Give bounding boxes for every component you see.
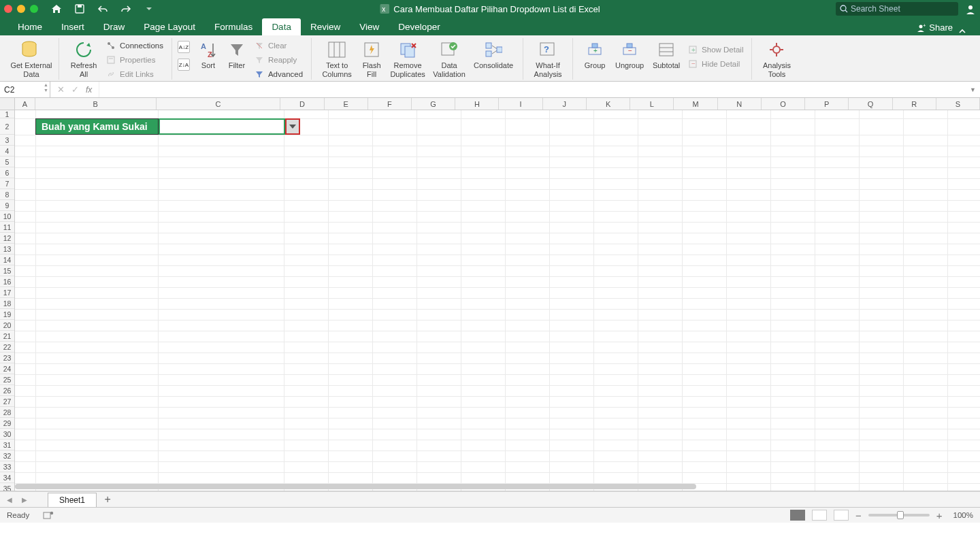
qat-dropdown-icon[interactable] xyxy=(143,3,155,15)
row-header-17[interactable]: 17 xyxy=(0,287,14,298)
close-window-icon[interactable] xyxy=(4,5,12,13)
sheet-nav-prev[interactable]: ◀ xyxy=(4,494,15,505)
row-header-2[interactable]: 2 xyxy=(0,118,14,135)
group-button[interactable]: + Group xyxy=(578,38,611,70)
column-header-M[interactable]: M xyxy=(674,98,717,110)
flash-fill-button[interactable]: Flash Fill xyxy=(357,38,387,78)
name-box-stepper[interactable]: ▲▼ xyxy=(44,82,48,93)
advanced-filter-button[interactable]: Advanced xyxy=(251,68,306,80)
tab-data[interactable]: Data xyxy=(262,18,301,35)
column-header-P[interactable]: P xyxy=(805,98,849,110)
column-header-E[interactable]: E xyxy=(325,98,368,110)
row-header-31[interactable]: 31 xyxy=(0,440,14,450)
zoom-in-button[interactable]: + xyxy=(936,510,943,521)
row-header-7[interactable]: 7 xyxy=(0,178,14,189)
text-to-columns-button[interactable]: Text to Columns xyxy=(317,38,357,78)
cancel-formula-icon[interactable]: ✕ xyxy=(57,84,65,95)
row-header-27[interactable]: 27 xyxy=(0,396,14,407)
formula-input[interactable]: ▼ xyxy=(99,82,980,97)
home-icon[interactable] xyxy=(50,3,63,15)
row-header-33[interactable]: 33 xyxy=(0,461,14,472)
tab-insert[interactable]: Insert xyxy=(52,18,94,35)
search-sheet-input[interactable]: Search Sheet xyxy=(836,2,958,16)
redo-icon[interactable] xyxy=(120,3,132,15)
horizontal-scrollbar[interactable] xyxy=(15,482,975,491)
tab-page-layout[interactable]: Page Layout xyxy=(134,18,205,35)
connections-button[interactable]: Connections xyxy=(103,39,166,52)
row-header-16[interactable]: 16 xyxy=(0,276,14,287)
show-detail-button[interactable]: +Show Detail xyxy=(685,44,746,56)
data-validation-button[interactable]: Data Validation xyxy=(429,38,470,78)
row-header-8[interactable]: 8 xyxy=(0,189,14,200)
account-icon[interactable] xyxy=(965,3,976,14)
tab-view[interactable]: View xyxy=(350,18,389,35)
sort-button[interactable]: AZ Sort xyxy=(194,38,223,70)
row-header-34[interactable]: 34 xyxy=(0,472,14,483)
row-header-9[interactable]: 9 xyxy=(0,200,14,211)
row-header-32[interactable]: 32 xyxy=(0,450,14,461)
row-header-24[interactable]: 24 xyxy=(0,363,14,374)
cell-b2-label[interactable]: Buah yang Kamu Sukai xyxy=(35,118,159,135)
cells-area[interactable]: Buah yang Kamu Sukai xyxy=(15,110,980,491)
column-headers[interactable]: ABCDEFGHIJKLMNOPQRS xyxy=(15,98,980,110)
row-header-23[interactable]: 23 xyxy=(0,353,14,363)
save-icon[interactable] xyxy=(74,3,86,15)
view-page-layout-button[interactable] xyxy=(812,510,827,521)
collapse-ribbon-icon[interactable] xyxy=(958,27,973,35)
worksheet-grid[interactable]: ABCDEFGHIJKLMNOPQRS 12345678910111213141… xyxy=(0,98,980,491)
hide-detail-button[interactable]: −Hide Detail xyxy=(685,58,746,70)
consolidate-button[interactable]: Consolidate xyxy=(470,38,517,70)
column-header-S[interactable]: S xyxy=(936,98,980,110)
refresh-all-button[interactable]: Refresh All xyxy=(65,38,103,78)
row-header-5[interactable]: 5 xyxy=(0,157,14,167)
column-header-A[interactable]: A xyxy=(15,98,35,110)
tab-formulas[interactable]: Formulas xyxy=(205,18,262,35)
column-header-K[interactable]: K xyxy=(587,98,630,110)
undo-icon[interactable] xyxy=(97,3,109,15)
row-header-35[interactable]: 35 xyxy=(0,483,14,491)
row-header-21[interactable]: 21 xyxy=(0,331,14,342)
column-header-F[interactable]: F xyxy=(368,98,412,110)
row-header-11[interactable]: 11 xyxy=(0,222,14,233)
row-header-12[interactable]: 12 xyxy=(0,233,14,244)
row-header-30[interactable]: 30 xyxy=(0,429,14,440)
column-header-N[interactable]: N xyxy=(718,98,762,110)
cell-c2-active[interactable] xyxy=(159,118,285,135)
row-header-1[interactable]: 1 xyxy=(0,110,14,118)
macro-record-icon[interactable] xyxy=(43,510,54,520)
sort-desc-button[interactable]: Z↓A xyxy=(178,59,190,71)
what-if-button[interactable]: ? What-If Analysis xyxy=(529,38,567,78)
row-header-10[interactable]: 10 xyxy=(0,211,14,222)
sort-asc-button[interactable]: A↓Z xyxy=(178,41,190,53)
column-header-H[interactable]: H xyxy=(455,98,499,110)
tab-developer[interactable]: Developer xyxy=(389,18,450,35)
row-header-6[interactable]: 6 xyxy=(0,167,14,178)
row-header-18[interactable]: 18 xyxy=(0,298,14,309)
column-header-B[interactable]: B xyxy=(35,98,157,110)
column-header-R[interactable]: R xyxy=(893,98,936,110)
row-headers[interactable]: 1234567891011121314151617181920212223242… xyxy=(0,110,15,491)
add-sheet-button[interactable]: + xyxy=(101,493,114,506)
ungroup-button[interactable]: − Ungroup xyxy=(611,38,648,70)
edit-links-button[interactable]: Edit Links xyxy=(103,68,166,80)
fx-icon[interactable]: fx xyxy=(86,85,92,95)
tab-home[interactable]: Home xyxy=(8,18,52,35)
select-all-corner[interactable] xyxy=(0,98,15,110)
row-header-4[interactable]: 4 xyxy=(0,146,14,157)
zoom-slider[interactable] xyxy=(868,514,930,517)
column-header-C[interactable]: C xyxy=(157,98,281,110)
filter-button[interactable]: Filter xyxy=(223,38,251,70)
column-header-Q[interactable]: Q xyxy=(849,98,892,110)
view-normal-button[interactable] xyxy=(790,510,805,521)
row-header-3[interactable]: 3 xyxy=(0,135,14,146)
row-header-20[interactable]: 20 xyxy=(0,320,14,331)
view-page-break-button[interactable] xyxy=(834,510,849,521)
column-header-J[interactable]: J xyxy=(543,98,587,110)
name-box[interactable]: C2 ▲▼ xyxy=(0,82,50,97)
sheet-nav-next[interactable]: ▶ xyxy=(19,494,30,505)
dropdown-handle-icon[interactable] xyxy=(285,118,300,135)
row-header-19[interactable]: 19 xyxy=(0,309,14,320)
subtotal-button[interactable]: Subtotal xyxy=(648,38,685,70)
column-header-I[interactable]: I xyxy=(499,98,542,110)
row-header-15[interactable]: 15 xyxy=(0,265,14,276)
